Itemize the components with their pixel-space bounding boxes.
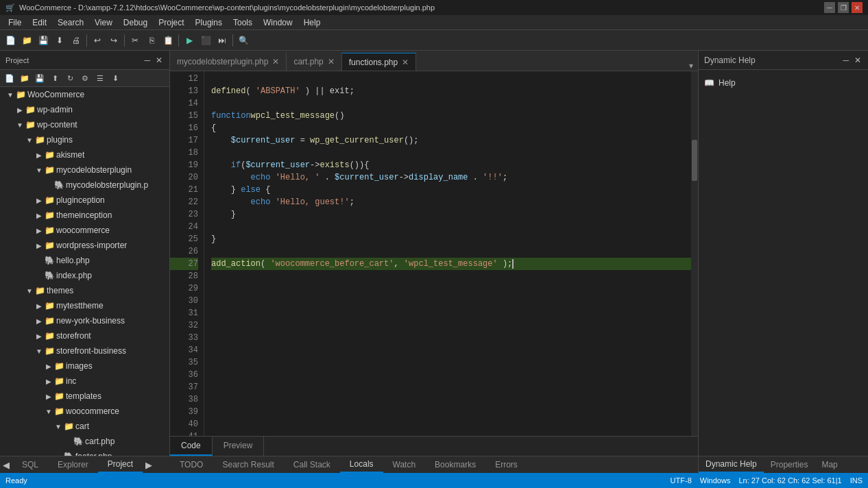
tree-footer-php[interactable]: ▶ 🐘 footer.php	[0, 449, 169, 456]
tree-wp-admin[interactable]: ▶ 📁 wp-admin	[0, 102, 169, 117]
print-btn[interactable]: 🖨	[69, 33, 84, 48]
new-file-btn[interactable]: 📄	[3, 33, 18, 48]
tree-wp-content[interactable]: ▼ 📁 wp-content	[0, 117, 169, 132]
menu-window[interactable]: Window	[258, 16, 298, 29]
right-panel-minimize[interactable]: ─	[841, 56, 850, 65]
menu-view[interactable]: View	[89, 16, 118, 29]
scrollbar-thumb[interactable]	[692, 140, 697, 181]
menu-project[interactable]: Project	[153, 16, 189, 29]
tab-cart[interactable]: cart.php ✕	[287, 53, 341, 71]
panel-close-btn[interactable]: ✕	[154, 56, 164, 65]
explorer-tab[interactable]: Explorer	[48, 457, 98, 472]
proj-refresh-btn[interactable]: ↻	[63, 71, 77, 85]
tree-plugins-label: plugins	[47, 135, 73, 145]
menu-plugins[interactable]: Plugins	[190, 16, 228, 29]
tab-mycodelobster[interactable]: mycodelobsterplugin.php ✕	[170, 53, 287, 71]
tree-woocommerce-theme[interactable]: ▼ 📁 woocommerce	[0, 404, 169, 419]
tab-functions[interactable]: functions.php ✕	[342, 53, 416, 71]
separator-3	[178, 34, 179, 47]
tree-inc[interactable]: ▶ 📁 inc	[0, 374, 169, 389]
code-content[interactable]: defined( 'ABSPATH' ) || exit; function w…	[204, 71, 691, 436]
menu-search[interactable]: Search	[52, 16, 89, 29]
open-btn[interactable]: 📁	[19, 33, 34, 48]
tree-images[interactable]: ▶ 📁 images	[0, 358, 169, 374]
tree-root[interactable]: ▼ 📁 WooCommerce	[0, 87, 169, 102]
paste-btn[interactable]: 📋	[160, 33, 176, 48]
tree-woocommerce-plugin[interactable]: ▶ 📁 woocommerce	[0, 223, 169, 238]
properties-bottom-tab[interactable]: Properties	[764, 457, 815, 472]
minimize-button[interactable]: ─	[824, 2, 835, 13]
panel-tabs-left[interactable]: ◀	[0, 460, 12, 470]
tree-themeinception[interactable]: ▶ 📁 themeinception	[0, 208, 169, 223]
tab-preview[interactable]: Preview	[213, 437, 265, 456]
tree-mytesttheme[interactable]: ▶ 📁 mytesttheme	[0, 298, 169, 313]
tab-mycodelobster-close[interactable]: ✕	[272, 58, 279, 66]
proj-open-btn[interactable]: 📁	[18, 71, 32, 85]
proj-new-btn[interactable]: 📄	[3, 71, 16, 85]
right-panel-close[interactable]: ✕	[853, 56, 863, 65]
tree-pluginception[interactable]: ▶ 📁 pluginception	[0, 193, 169, 208]
proj-save-btn[interactable]: 💾	[33, 71, 47, 85]
call-stack-tab[interactable]: Call Stack	[284, 457, 340, 472]
locals-tab[interactable]: Locals	[340, 456, 383, 473]
tab-code[interactable]: Code	[170, 437, 213, 456]
debug-btn[interactable]: ⬛	[198, 33, 213, 48]
bookmarks-tab[interactable]: Bookmarks	[425, 457, 485, 472]
restore-button[interactable]: ❐	[838, 2, 849, 13]
main-layout: Project ─ ✕ 📄 📁 💾 ⬆ ↻ ⚙ ☰ ⬇ ▼ 📁	[0, 51, 868, 456]
menu-tools[interactable]: Tools	[228, 16, 258, 29]
errors-tab[interactable]: Errors	[485, 457, 527, 472]
project-panel-title: Project	[5, 56, 29, 64]
tab-functions-close[interactable]: ✕	[402, 58, 409, 66]
code-line-29	[211, 282, 691, 295]
tab-cart-close[interactable]: ✕	[328, 58, 335, 66]
tree-cart-folder[interactable]: ▼ 📁 cart	[0, 419, 169, 434]
map-bottom-tab[interactable]: Map	[815, 457, 844, 472]
tree-plugins[interactable]: ▼ 📁 plugins	[0, 132, 169, 147]
menu-help[interactable]: Help	[298, 16, 326, 29]
tree-hello-php[interactable]: ▶ 🐘 hello.php	[0, 253, 169, 268]
code-line-17: $current_user = wp_get_current_user();	[211, 134, 691, 147]
tree-storefront-business[interactable]: ▼ 📁 storefront-business	[0, 343, 169, 358]
code-editor[interactable]: 12 13 14 15 16 17 18 19 20 21 22 23 24 2…	[170, 71, 698, 436]
undo-btn[interactable]: ↩	[90, 33, 105, 48]
tree-mycodelobster-php[interactable]: ▶ 🐘 mycodelobsterplugin.p	[0, 178, 169, 193]
proj-filter-btn[interactable]: ☰	[93, 71, 107, 85]
dynamic-help-bottom-tab[interactable]: Dynamic Help	[699, 456, 764, 473]
save-all-btn[interactable]: ⬇	[52, 33, 67, 48]
tree-index-php[interactable]: ▶ 🐘 index.php	[0, 268, 169, 283]
editor-scrollbar[interactable]	[691, 71, 698, 436]
panel-minimize-btn[interactable]: ─	[143, 56, 152, 65]
proj-download-btn[interactable]: ⬇	[108, 71, 122, 85]
todo-tab[interactable]: TODO	[170, 457, 213, 472]
proj-up-btn[interactable]: ⬆	[48, 71, 62, 85]
run-btn[interactable]: ▶	[182, 33, 197, 48]
tree-themes[interactable]: ▼ 📁 themes	[0, 283, 169, 298]
panel-tabs-right[interactable]: ▶	[143, 460, 155, 470]
tree-cart-php[interactable]: ▶ 🐘 cart.php	[0, 434, 169, 449]
tree-templates[interactable]: ▶ 📁 templates	[0, 389, 169, 404]
tab-dropdown[interactable]: ▾	[684, 61, 698, 71]
menu-debug[interactable]: Debug	[118, 16, 153, 29]
tree-nybusiness[interactable]: ▶ 📁 new-york-business	[0, 313, 169, 328]
watch-tab[interactable]: Watch	[383, 457, 426, 472]
redo-btn[interactable]: ↪	[106, 33, 121, 48]
tree-mycodelobster[interactable]: ▼ 📁 mycodelobsterplugin	[0, 162, 169, 178]
tree-akismet[interactable]: ▶ 📁 akismet	[0, 147, 169, 162]
menu-edit[interactable]: Edit	[27, 16, 52, 29]
save-btn[interactable]: 💾	[36, 33, 51, 48]
step-btn[interactable]: ⏭	[215, 33, 230, 48]
proj-settings-btn[interactable]: ⚙	[78, 71, 92, 85]
cut-btn[interactable]: ✂	[128, 33, 143, 48]
search-toolbar-btn[interactable]: 🔍	[236, 33, 251, 48]
menu-file[interactable]: File	[3, 16, 27, 29]
search-result-tab[interactable]: Search Result	[213, 457, 283, 472]
status-ready: Ready	[5, 476, 27, 485]
close-button[interactable]: ✕	[852, 2, 863, 13]
project-tab[interactable]: Project	[98, 456, 143, 473]
copy-btn[interactable]: ⎘	[144, 33, 159, 48]
help-item[interactable]: 📖 Help	[704, 75, 863, 90]
tree-storefront[interactable]: ▶ 📁 storefront	[0, 328, 169, 343]
tree-wp-importer[interactable]: ▶ 📁 wordpress-importer	[0, 238, 169, 253]
sql-tab[interactable]: SQL	[12, 457, 48, 472]
